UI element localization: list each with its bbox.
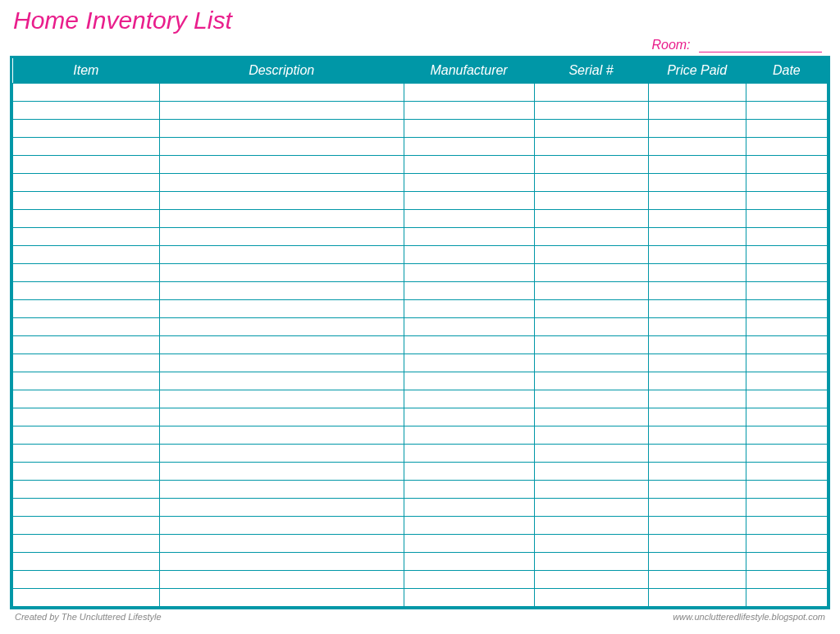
cell-item[interactable] xyxy=(13,300,160,318)
cell-serial[interactable] xyxy=(534,84,648,102)
cell-price_paid[interactable] xyxy=(648,571,746,589)
cell-date[interactable] xyxy=(746,463,827,481)
cell-item[interactable] xyxy=(13,102,160,120)
cell-price_paid[interactable] xyxy=(648,156,746,174)
cell-manufacturer[interactable] xyxy=(404,481,534,499)
cell-date[interactable] xyxy=(746,589,827,607)
cell-item[interactable] xyxy=(13,192,160,210)
cell-description[interactable] xyxy=(159,589,404,607)
cell-date[interactable] xyxy=(746,535,827,553)
cell-date[interactable] xyxy=(746,210,827,228)
cell-price_paid[interactable] xyxy=(648,354,746,372)
cell-manufacturer[interactable] xyxy=(404,84,534,102)
cell-serial[interactable] xyxy=(534,517,648,535)
cell-date[interactable] xyxy=(746,499,827,517)
cell-serial[interactable] xyxy=(534,228,648,246)
cell-date[interactable] xyxy=(746,571,827,589)
cell-manufacturer[interactable] xyxy=(404,264,534,282)
cell-serial[interactable] xyxy=(534,390,648,408)
cell-manufacturer[interactable] xyxy=(404,408,534,426)
cell-serial[interactable] xyxy=(534,120,648,138)
cell-description[interactable] xyxy=(159,426,404,445)
cell-description[interactable] xyxy=(159,192,404,210)
cell-manufacturer[interactable] xyxy=(404,571,534,589)
cell-manufacturer[interactable] xyxy=(404,463,534,481)
cell-item[interactable] xyxy=(13,553,160,571)
cell-manufacturer[interactable] xyxy=(404,102,534,120)
cell-date[interactable] xyxy=(746,84,827,102)
cell-date[interactable] xyxy=(746,192,827,210)
cell-serial[interactable] xyxy=(534,499,648,517)
cell-price_paid[interactable] xyxy=(648,120,746,138)
cell-serial[interactable] xyxy=(534,571,648,589)
cell-serial[interactable] xyxy=(534,210,648,228)
cell-price_paid[interactable] xyxy=(648,264,746,282)
cell-item[interactable] xyxy=(13,517,160,535)
cell-date[interactable] xyxy=(746,372,827,390)
cell-manufacturer[interactable] xyxy=(404,426,534,445)
cell-item[interactable] xyxy=(13,336,160,354)
cell-manufacturer[interactable] xyxy=(404,228,534,246)
cell-price_paid[interactable] xyxy=(648,589,746,607)
cell-date[interactable] xyxy=(746,426,827,445)
cell-description[interactable] xyxy=(159,481,404,499)
cell-description[interactable] xyxy=(159,463,404,481)
cell-manufacturer[interactable] xyxy=(404,210,534,228)
cell-manufacturer[interactable] xyxy=(404,120,534,138)
cell-serial[interactable] xyxy=(534,300,648,318)
cell-item[interactable] xyxy=(13,174,160,192)
cell-manufacturer[interactable] xyxy=(404,138,534,156)
cell-serial[interactable] xyxy=(534,426,648,445)
cell-serial[interactable] xyxy=(534,174,648,192)
cell-description[interactable] xyxy=(159,499,404,517)
cell-description[interactable] xyxy=(159,336,404,354)
cell-date[interactable] xyxy=(746,138,827,156)
cell-serial[interactable] xyxy=(534,481,648,499)
cell-date[interactable] xyxy=(746,553,827,571)
cell-description[interactable] xyxy=(159,120,404,138)
cell-serial[interactable] xyxy=(534,102,648,120)
cell-description[interactable] xyxy=(159,553,404,571)
cell-description[interactable] xyxy=(159,138,404,156)
cell-item[interactable] xyxy=(13,282,160,300)
cell-date[interactable] xyxy=(746,156,827,174)
cell-price_paid[interactable] xyxy=(648,372,746,390)
cell-serial[interactable] xyxy=(534,156,648,174)
cell-serial[interactable] xyxy=(534,318,648,336)
cell-price_paid[interactable] xyxy=(648,463,746,481)
cell-manufacturer[interactable] xyxy=(404,300,534,318)
cell-manufacturer[interactable] xyxy=(404,553,534,571)
cell-manufacturer[interactable] xyxy=(404,246,534,264)
cell-date[interactable] xyxy=(746,246,827,264)
cell-description[interactable] xyxy=(159,354,404,372)
cell-price_paid[interactable] xyxy=(648,426,746,445)
cell-item[interactable] xyxy=(13,372,160,390)
cell-item[interactable] xyxy=(13,571,160,589)
cell-price_paid[interactable] xyxy=(648,499,746,517)
cell-manufacturer[interactable] xyxy=(404,192,534,210)
cell-price_paid[interactable] xyxy=(648,138,746,156)
cell-item[interactable] xyxy=(13,589,160,607)
cell-serial[interactable] xyxy=(534,535,648,553)
cell-price_paid[interactable] xyxy=(648,553,746,571)
cell-price_paid[interactable] xyxy=(648,246,746,264)
cell-description[interactable] xyxy=(159,102,404,120)
cell-description[interactable] xyxy=(159,228,404,246)
cell-price_paid[interactable] xyxy=(648,318,746,336)
cell-date[interactable] xyxy=(746,445,827,463)
cell-item[interactable] xyxy=(13,210,160,228)
cell-description[interactable] xyxy=(159,372,404,390)
cell-description[interactable] xyxy=(159,517,404,535)
cell-item[interactable] xyxy=(13,120,160,138)
cell-item[interactable] xyxy=(13,228,160,246)
cell-price_paid[interactable] xyxy=(648,210,746,228)
cell-manufacturer[interactable] xyxy=(404,174,534,192)
cell-description[interactable] xyxy=(159,300,404,318)
cell-description[interactable] xyxy=(159,408,404,426)
cell-price_paid[interactable] xyxy=(648,228,746,246)
cell-description[interactable] xyxy=(159,246,404,264)
cell-item[interactable] xyxy=(13,535,160,553)
cell-item[interactable] xyxy=(13,246,160,264)
cell-description[interactable] xyxy=(159,282,404,300)
cell-item[interactable] xyxy=(13,463,160,481)
